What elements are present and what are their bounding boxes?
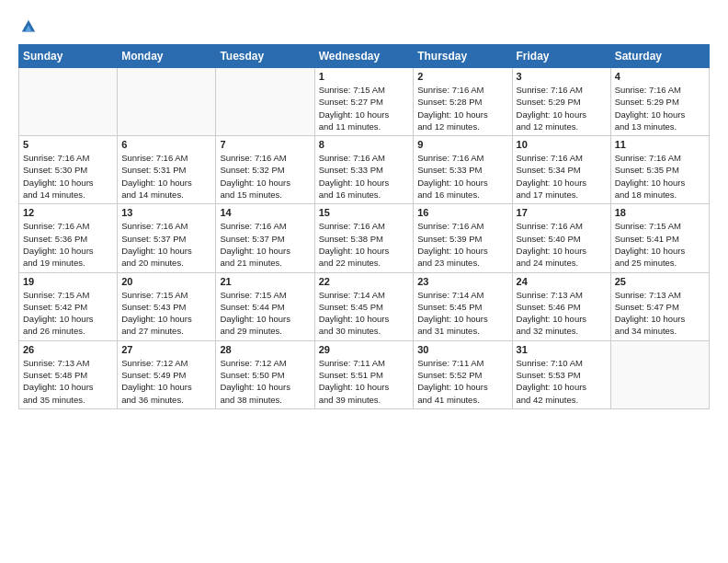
day-number: 30 [417,344,507,355]
day-content: Sunrise: 7:13 AM Sunset: 5:47 PM Dayligh… [615,289,705,338]
calendar-header-sunday: Sunday [19,45,118,68]
day-number: 5 [23,139,113,150]
day-content: Sunrise: 7:16 AM Sunset: 5:36 PM Dayligh… [23,220,113,269]
day-number: 2 [417,71,507,82]
day-number: 9 [417,139,507,150]
day-number: 8 [319,139,410,150]
calendar-week-3: 12Sunrise: 7:16 AM Sunset: 5:36 PM Dayli… [19,204,710,272]
calendar-cell: 9Sunrise: 7:16 AM Sunset: 5:33 PM Daylig… [414,136,512,204]
calendar-cell: 31Sunrise: 7:10 AM Sunset: 5:53 PM Dayli… [512,340,610,408]
calendar-cell: 11Sunrise: 7:16 AM Sunset: 5:35 PM Dayli… [610,136,709,204]
day-number: 10 [517,139,607,150]
day-content: Sunrise: 7:16 AM Sunset: 5:39 PM Dayligh… [417,220,507,269]
day-content: Sunrise: 7:12 AM Sunset: 5:49 PM Dayligh… [121,357,211,406]
calendar-cell: 1Sunrise: 7:15 AM Sunset: 5:27 PM Daylig… [314,68,414,136]
calendar-cell: 26Sunrise: 7:13 AM Sunset: 5:48 PM Dayli… [19,340,118,408]
calendar-cell: 2Sunrise: 7:16 AM Sunset: 5:28 PM Daylig… [414,68,512,136]
day-number: 6 [121,139,211,150]
day-content: Sunrise: 7:11 AM Sunset: 5:51 PM Dayligh… [319,357,410,406]
day-number: 18 [615,207,705,218]
day-number: 13 [121,207,211,218]
day-number: 21 [220,276,310,287]
calendar-header-monday: Monday [118,45,216,68]
day-number: 3 [517,71,607,82]
day-content: Sunrise: 7:16 AM Sunset: 5:37 PM Dayligh… [121,220,211,269]
calendar-header-row: SundayMondayTuesdayWednesdayThursdayFrid… [19,45,710,68]
day-content: Sunrise: 7:16 AM Sunset: 5:30 PM Dayligh… [23,152,113,201]
day-content: Sunrise: 7:16 AM Sunset: 5:33 PM Dayligh… [417,152,507,201]
day-number: 17 [517,207,607,218]
calendar-cell: 23Sunrise: 7:14 AM Sunset: 5:45 PM Dayli… [414,272,512,340]
calendar-cell: 17Sunrise: 7:16 AM Sunset: 5:40 PM Dayli… [512,204,610,272]
calendar-cell: 8Sunrise: 7:16 AM Sunset: 5:33 PM Daylig… [314,136,414,204]
day-content: Sunrise: 7:16 AM Sunset: 5:31 PM Dayligh… [121,152,211,201]
calendar-cell: 21Sunrise: 7:15 AM Sunset: 5:44 PM Dayli… [216,272,314,340]
calendar-cell: 28Sunrise: 7:12 AM Sunset: 5:50 PM Dayli… [216,340,314,408]
calendar-cell: 6Sunrise: 7:16 AM Sunset: 5:31 PM Daylig… [118,136,216,204]
calendar-week-5: 26Sunrise: 7:13 AM Sunset: 5:48 PM Dayli… [19,340,710,408]
day-content: Sunrise: 7:16 AM Sunset: 5:37 PM Dayligh… [220,220,310,269]
day-number: 16 [417,207,507,218]
calendar-cell: 16Sunrise: 7:16 AM Sunset: 5:39 PM Dayli… [414,204,512,272]
day-content: Sunrise: 7:12 AM Sunset: 5:50 PM Dayligh… [220,357,310,406]
calendar-header-saturday: Saturday [610,45,709,68]
day-number: 24 [517,276,607,287]
day-content: Sunrise: 7:16 AM Sunset: 5:34 PM Dayligh… [517,152,607,201]
calendar-header-wednesday: Wednesday [314,45,414,68]
day-content: Sunrise: 7:16 AM Sunset: 5:29 PM Dayligh… [615,84,705,132]
calendar-cell [19,68,118,136]
logo-icon [20,18,37,35]
calendar-cell: 19Sunrise: 7:15 AM Sunset: 5:42 PM Dayli… [19,272,118,340]
calendar-cell: 30Sunrise: 7:11 AM Sunset: 5:52 PM Dayli… [414,340,512,408]
calendar-cell: 25Sunrise: 7:13 AM Sunset: 5:47 PM Dayli… [610,272,709,340]
day-content: Sunrise: 7:13 AM Sunset: 5:48 PM Dayligh… [23,357,113,406]
calendar-table: SundayMondayTuesdayWednesdayThursdayFrid… [18,44,710,409]
day-content: Sunrise: 7:15 AM Sunset: 5:42 PM Dayligh… [23,289,113,338]
day-number: 11 [615,139,705,150]
day-number: 15 [319,207,410,218]
day-content: Sunrise: 7:14 AM Sunset: 5:45 PM Dayligh… [319,289,410,338]
day-content: Sunrise: 7:16 AM Sunset: 5:32 PM Dayligh… [220,152,310,201]
day-content: Sunrise: 7:14 AM Sunset: 5:45 PM Dayligh… [417,289,507,338]
day-number: 29 [319,344,410,355]
header [18,17,710,35]
day-content: Sunrise: 7:15 AM Sunset: 5:41 PM Dayligh… [615,220,705,269]
day-number: 31 [517,344,607,355]
day-content: Sunrise: 7:16 AM Sunset: 5:35 PM Dayligh… [615,152,705,201]
calendar-cell: 10Sunrise: 7:16 AM Sunset: 5:34 PM Dayli… [512,136,610,204]
day-number: 1 [319,71,410,82]
day-number: 20 [121,276,211,287]
calendar-cell: 18Sunrise: 7:15 AM Sunset: 5:41 PM Dayli… [610,204,709,272]
calendar-cell: 4Sunrise: 7:16 AM Sunset: 5:29 PM Daylig… [610,68,709,136]
calendar-cell: 14Sunrise: 7:16 AM Sunset: 5:37 PM Dayli… [216,204,314,272]
calendar-cell: 29Sunrise: 7:11 AM Sunset: 5:51 PM Dayli… [314,340,414,408]
calendar-cell: 7Sunrise: 7:16 AM Sunset: 5:32 PM Daylig… [216,136,314,204]
calendar-cell [118,68,216,136]
calendar-cell: 20Sunrise: 7:15 AM Sunset: 5:43 PM Dayli… [118,272,216,340]
day-number: 19 [23,276,113,287]
day-content: Sunrise: 7:16 AM Sunset: 5:33 PM Dayligh… [319,152,410,201]
day-number: 28 [220,344,310,355]
day-content: Sunrise: 7:15 AM Sunset: 5:27 PM Dayligh… [319,84,410,132]
calendar-cell: 13Sunrise: 7:16 AM Sunset: 5:37 PM Dayli… [118,204,216,272]
calendar-week-2: 5Sunrise: 7:16 AM Sunset: 5:30 PM Daylig… [19,136,710,204]
calendar-week-1: 1Sunrise: 7:15 AM Sunset: 5:27 PM Daylig… [19,68,710,136]
day-content: Sunrise: 7:15 AM Sunset: 5:44 PM Dayligh… [220,289,310,338]
day-number: 4 [615,71,705,82]
calendar-cell [216,68,314,136]
calendar-week-4: 19Sunrise: 7:15 AM Sunset: 5:42 PM Dayli… [19,272,710,340]
day-content: Sunrise: 7:11 AM Sunset: 5:52 PM Dayligh… [417,357,507,406]
day-number: 25 [615,276,705,287]
day-content: Sunrise: 7:16 AM Sunset: 5:28 PM Dayligh… [417,84,507,132]
day-number: 7 [220,139,310,150]
page: SundayMondayTuesdayWednesdayThursdayFrid… [0,0,728,419]
calendar-cell: 22Sunrise: 7:14 AM Sunset: 5:45 PM Dayli… [314,272,414,340]
day-content: Sunrise: 7:13 AM Sunset: 5:46 PM Dayligh… [517,289,607,338]
calendar-cell: 5Sunrise: 7:16 AM Sunset: 5:30 PM Daylig… [19,136,118,204]
day-content: Sunrise: 7:16 AM Sunset: 5:40 PM Dayligh… [517,220,607,269]
logo [18,17,37,35]
calendar-cell: 27Sunrise: 7:12 AM Sunset: 5:49 PM Dayli… [118,340,216,408]
calendar-cell: 12Sunrise: 7:16 AM Sunset: 5:36 PM Dayli… [19,204,118,272]
day-content: Sunrise: 7:15 AM Sunset: 5:43 PM Dayligh… [121,289,211,338]
day-number: 22 [319,276,410,287]
